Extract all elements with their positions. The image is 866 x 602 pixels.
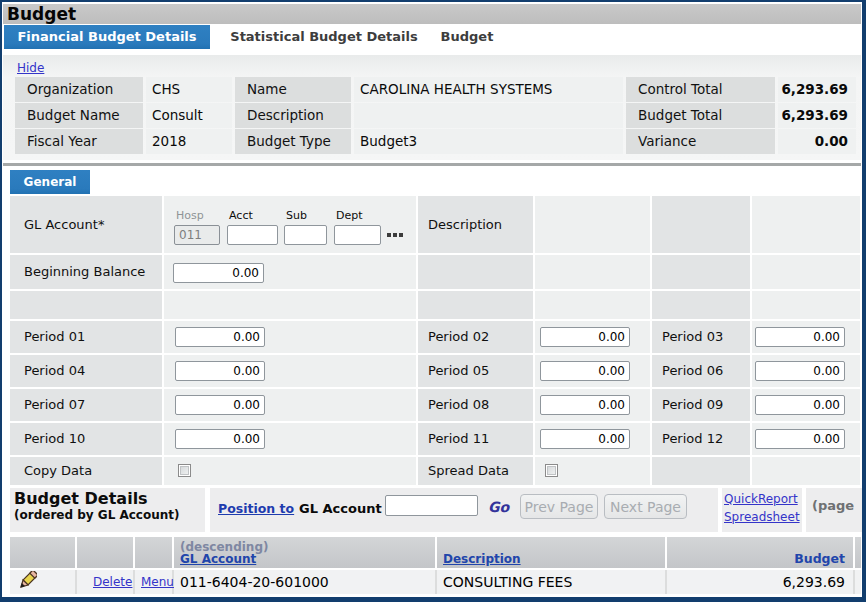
info-total-value-value3-row1: 6,293.69 (778, 77, 856, 102)
budget-details-subtitle: (ordered by GL Account) (14, 508, 180, 522)
budget-details-title: Budget Details (14, 489, 148, 508)
section-divider (3, 163, 861, 166)
form-cell-l2-r3 (164, 291, 416, 319)
spread-data-checkbox[interactable] (545, 464, 558, 477)
description-label-cell: Description (418, 196, 533, 253)
prev-page-button[interactable]: Prev Page (520, 494, 598, 519)
copy-data-field-cell (164, 457, 416, 485)
tab-general[interactable]: General (10, 170, 90, 194)
period-04-label-cell: Period 04 (10, 355, 162, 387)
period-04-label: Period 04 (10, 355, 162, 387)
budget-sort-link[interactable]: Budget (794, 551, 845, 566)
edit-pencil-icon[interactable] (19, 571, 37, 589)
period-11-input[interactable] (540, 429, 630, 449)
period-10-label-cell: Period 10 (10, 423, 162, 455)
info-label-label3-row2: Budget Total (626, 103, 775, 128)
hide-link[interactable]: Hide (17, 61, 44, 75)
beginning-balance-label: Beginning Balance (10, 255, 162, 289)
application-window: Budget Financial Budget Details Statisti… (0, 0, 866, 602)
period-08-field-cell (535, 389, 650, 421)
form-cell-r1-r2 (652, 255, 750, 289)
period-02-field-cell (535, 321, 650, 353)
period-06-field-cell (752, 355, 860, 387)
period-12-field-cell (752, 423, 860, 455)
info-label-label1-row3: Fiscal Year (15, 129, 143, 154)
row-budget-value: 6,293.69 (667, 570, 845, 594)
tab-statistical-budget-details[interactable]: Statistical Budget Details (218, 25, 430, 49)
info-label-label3-row1: Control Total (626, 77, 775, 102)
period-09-field-cell (752, 389, 860, 421)
period-08-input[interactable] (540, 395, 630, 415)
gl-segment-label-hosp: Hosp (176, 209, 204, 222)
position-to-link[interactable]: Position to (218, 501, 294, 516)
window-border-bottom (0, 597, 866, 602)
go-button[interactable]: Go (488, 499, 509, 515)
form-cell-r2-r8 (752, 457, 860, 485)
form-cell-r2-r3 (752, 291, 860, 319)
column-header-budget: Budget (667, 537, 853, 568)
info-total-value-value3-row2: 6,293.69 (778, 103, 856, 128)
beginning-balance-label-cell: Beginning Balance (10, 255, 162, 289)
period-04-input[interactable] (175, 361, 265, 381)
copy-data-label: Copy Data (10, 457, 162, 485)
gl-account-label-cell: GL Account* (10, 196, 162, 253)
tab-budget[interactable]: Budget (428, 25, 506, 49)
period-05-field-cell (535, 355, 650, 387)
gl-account-field-cell: HospAcctSubDept (164, 196, 416, 253)
period-12-label-cell: Period 12 (652, 423, 750, 455)
table-row-spacer (855, 570, 861, 594)
period-06-input[interactable] (755, 361, 845, 381)
spread-data-label-cell: Spread Data (418, 457, 533, 485)
form-cell-m1-r2 (418, 255, 533, 289)
delete-row-link[interactable]: Delete (93, 570, 132, 594)
row-column-separator (133, 570, 135, 594)
period-04-field-cell (164, 355, 416, 387)
info-total-value-value3-row3: 0.00 (778, 129, 856, 154)
position-to-input[interactable] (385, 495, 478, 516)
period-01-field-cell (164, 321, 416, 353)
period-01-input[interactable] (175, 327, 265, 347)
menu-row-link[interactable]: Menu (141, 570, 174, 594)
column-header-description: Description (437, 537, 665, 568)
period-10-label: Period 10 (10, 423, 162, 455)
period-03-label: Period 03 (652, 321, 750, 353)
info-value-value1-row1: CHS (146, 77, 232, 102)
info-label-label2-row1: Name (235, 77, 351, 102)
period-02-input[interactable] (540, 327, 630, 347)
period-03-field-cell (752, 321, 860, 353)
period-08-label: Period 08 (418, 389, 533, 421)
copy-data-checkbox[interactable] (178, 464, 191, 477)
info-value-value2-row3: Budget3 (354, 129, 623, 154)
period-11-label: Period 11 (418, 423, 533, 455)
period-07-input[interactable] (175, 395, 265, 415)
gl-segment-input-acct[interactable] (227, 225, 278, 245)
period-09-input[interactable] (755, 395, 845, 415)
period-12-input[interactable] (755, 429, 845, 449)
period-05-label-cell: Period 05 (418, 355, 533, 387)
gl-segment-input-hosp[interactable] (174, 225, 220, 245)
gl-segment-input-sub[interactable] (284, 225, 327, 245)
period-06-label: Period 06 (652, 355, 750, 387)
column-header-menu (135, 537, 172, 568)
info-label-label1-row1: Organization (15, 77, 143, 102)
gl-account-sort-link[interactable]: GL Account (180, 552, 256, 566)
row-column-separator (75, 570, 77, 594)
quickreport-link[interactable]: QuickReport (724, 492, 798, 506)
gl-segment-input-dept[interactable] (334, 225, 381, 245)
period-12-label: Period 12 (652, 423, 750, 455)
period-06-label-cell: Period 06 (652, 355, 750, 387)
description-sort-link[interactable]: Description (443, 552, 521, 566)
gl-account-select-icon[interactable] (387, 230, 405, 240)
copy-data-label-cell: Copy Data (10, 457, 162, 485)
period-10-input[interactable] (175, 429, 265, 449)
period-03-input[interactable] (755, 327, 845, 347)
next-page-button[interactable]: Next Page (604, 494, 687, 519)
period-10-field-cell (164, 423, 416, 455)
gl-segment-label-dept: Dept (336, 209, 363, 222)
spreadsheet-link[interactable]: Spreadsheet (724, 510, 800, 524)
column-header-spacer (855, 537, 861, 568)
beginning-balance-input[interactable] (173, 263, 264, 283)
period-05-input[interactable] (540, 361, 630, 381)
tab-financial-budget-details[interactable]: Financial Budget Details (4, 25, 210, 49)
info-label-label2-row3: Budget Type (235, 129, 351, 154)
